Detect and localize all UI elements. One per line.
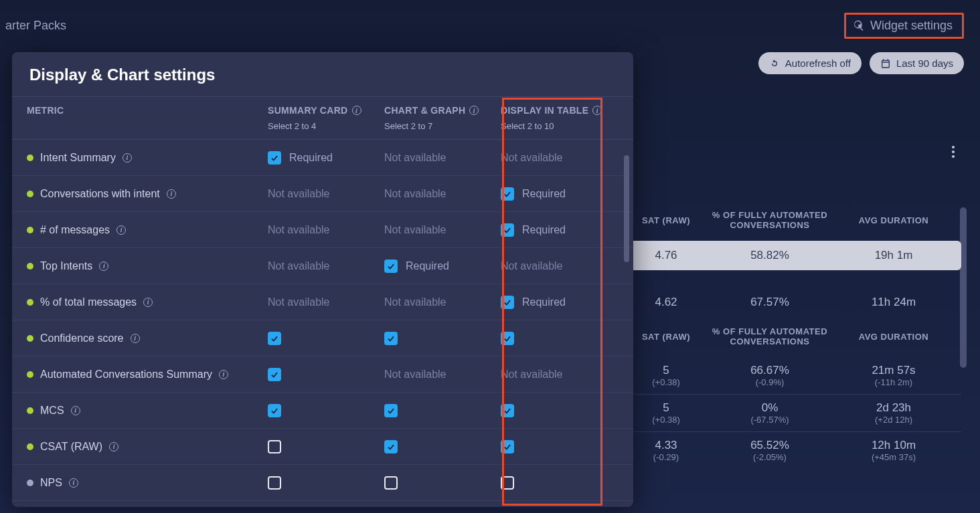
metric-name: Automated Conversations Summary (40, 369, 212, 381)
metric-dot (27, 371, 33, 378)
metric-dot (27, 299, 33, 306)
info-icon[interactable]: i (143, 298, 153, 307)
metric-name: MCS (40, 405, 64, 417)
metric-checkbox[interactable] (501, 404, 514, 417)
metric-checkbox[interactable] (268, 404, 281, 417)
widget-settings-button[interactable]: Widget settings (844, 13, 964, 39)
not-available-label: Not available (384, 369, 446, 381)
info-icon[interactable]: i (469, 106, 479, 115)
refresh-icon (769, 58, 780, 69)
info-icon[interactable]: i (109, 442, 118, 451)
not-available-label: Not available (501, 152, 563, 164)
metric-checkbox[interactable] (268, 368, 281, 381)
metric-dot (27, 227, 33, 233)
metric-checkbox[interactable] (501, 223, 514, 237)
not-available-label: Not available (268, 224, 330, 236)
metric-checkbox[interactable] (268, 440, 281, 453)
widget-menu-button[interactable] (952, 146, 955, 158)
settings-row: # of messagesiNot availableNot available… (12, 212, 633, 248)
settings-row: % of total messagesiNot availableNot ava… (12, 284, 633, 320)
info-icon[interactable]: i (69, 478, 78, 488)
metric-checkbox[interactable] (501, 187, 514, 201)
table-row[interactable]: 5(+0.38)0%(-67.57%)2d 23h(+2d 12h) (623, 394, 961, 431)
col-header-csat: SAT (RAW) (629, 215, 703, 225)
metric-checkbox[interactable] (384, 260, 398, 273)
table-subtotal-row[interactable]: 4.62 67.57% 11h 24m (623, 288, 961, 317)
info-icon[interactable]: i (122, 153, 132, 163)
not-available-label: Not available (268, 296, 330, 308)
metric-checkbox[interactable] (268, 151, 281, 165)
required-label: Required (406, 260, 449, 272)
table-header-row: SAT (RAW) % OF FULLY AUTOMATED CONVERSAT… (623, 317, 961, 357)
metric-checkbox[interactable] (384, 404, 398, 417)
info-icon[interactable]: i (116, 225, 126, 235)
daterange-button[interactable]: Last 90 days (870, 52, 964, 74)
autorefresh-toggle[interactable]: Autorefresh off (758, 52, 862, 74)
display-chart-settings-modal: Display & Chart settings METRIC SUMMARY … (12, 52, 633, 507)
metric-checkbox[interactable] (501, 332, 514, 345)
metric-name: Intent Summary (40, 152, 116, 164)
col-header-auto: % OF FULLY AUTOMATED CONVERSATIONS (703, 210, 837, 230)
metric-name: Confidence score (40, 332, 124, 344)
required-label: Required (522, 188, 566, 200)
metric-checkbox[interactable] (384, 332, 398, 345)
col-header-chart: CHART & GRAPH i (384, 105, 501, 116)
metric-dot (27, 335, 33, 342)
not-available-label: Not available (384, 296, 446, 308)
metric-dot (27, 191, 33, 197)
required-label: Required (289, 152, 333, 164)
settings-row: Intent SummaryiRequiredNot availableNot … (12, 140, 633, 176)
info-icon[interactable]: i (592, 106, 602, 115)
metrics-table: SAT (RAW) % OF FULLY AUTOMATED CONVERSAT… (623, 201, 961, 469)
settings-row: Automated Conversations SummaryiNot avai… (12, 356, 633, 393)
table-row[interactable]: 4.33(-0.29)65.52%(-2.05%)12h 10m(+45m 37… (623, 431, 961, 469)
metric-name: NPS (40, 477, 62, 489)
settings-row: NPSi (12, 465, 633, 501)
metric-checkbox[interactable] (501, 296, 514, 309)
settings-row: Conversations with intentiNot availableN… (12, 176, 633, 212)
info-icon[interactable]: i (219, 370, 228, 379)
metric-dot (27, 443, 33, 450)
autorefresh-label: Autorefresh off (785, 58, 851, 69)
table-row[interactable]: 5(+0.38)66.67%(-0.9%)21m 57s(-11h 2m) (623, 357, 961, 394)
not-available-label: Not available (501, 260, 563, 272)
settings-row: CSAT (RAW)i (12, 429, 633, 465)
col-sub-summary: Select 2 to 4 (268, 121, 384, 131)
not-available-label: Not available (384, 224, 446, 236)
settings-row: Top IntentsiNot availableRequiredNot ava… (12, 248, 633, 284)
info-icon[interactable]: i (167, 189, 176, 199)
col-header-display: DISPLAY IN TABLE i (501, 105, 617, 116)
metric-checkbox[interactable] (384, 476, 398, 490)
metric-checkbox[interactable] (268, 476, 281, 490)
info-icon[interactable]: i (71, 406, 80, 415)
col-header-metric: METRIC (27, 105, 268, 116)
breadcrumb: arter Packs (5, 19, 66, 33)
not-available-label: Not available (268, 260, 330, 272)
table-summary-band[interactable]: 4.76 58.82% 19h 1m (623, 241, 961, 270)
settings-row: Confidence scorei (12, 320, 633, 356)
metric-dot (27, 407, 33, 414)
metric-dot (27, 263, 33, 270)
metric-name: CSAT (RAW) (40, 441, 102, 453)
not-available-label: Not available (384, 188, 446, 200)
metric-dot (27, 155, 33, 161)
metric-name: Top Intents (40, 260, 92, 272)
widget-settings-label: Widget settings (870, 19, 953, 33)
info-icon[interactable]: i (131, 334, 140, 343)
table-header-row: SAT (RAW) % OF FULLY AUTOMATED CONVERSAT… (623, 201, 961, 241)
metric-checkbox[interactable] (501, 440, 514, 453)
required-label: Required (522, 224, 566, 236)
metric-checkbox[interactable] (501, 476, 514, 490)
col-sub-display: Select 2 to 10 (501, 121, 617, 131)
modal-scrollbar[interactable] (624, 155, 629, 262)
metric-name: Conversations with intent (40, 188, 160, 200)
gear-icon (853, 19, 865, 31)
metric-checkbox[interactable] (384, 440, 398, 453)
metric-name: % of total messages (40, 296, 137, 308)
col-sub-chart: Select 2 to 7 (384, 121, 501, 131)
not-available-label: Not available (501, 369, 563, 381)
metric-checkbox[interactable] (268, 332, 281, 345)
info-icon[interactable]: i (352, 106, 361, 115)
metric-dot (27, 480, 33, 486)
info-icon[interactable]: i (99, 262, 108, 271)
